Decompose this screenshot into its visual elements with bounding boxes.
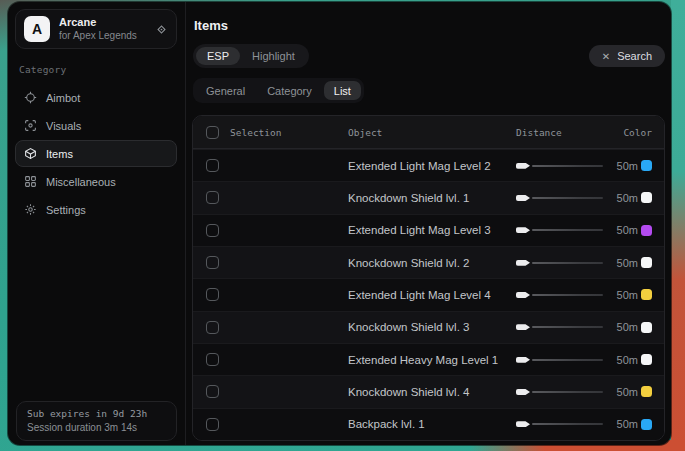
slider-track [532,326,603,328]
color-swatch[interactable] [641,225,652,236]
x-icon: ✕ [602,51,610,62]
color-swatch[interactable] [641,160,652,171]
select-all-checkbox[interactable] [206,126,219,139]
category-label: Category [19,64,177,75]
table-header: Selection Object Distance Color [193,116,664,149]
table-row: Knockdown Shield lvl. 2 50m [193,246,664,278]
row-checkbox[interactable] [206,288,219,301]
sub-expires-text: Sub expires in 9d 23h [27,408,166,419]
tab-list[interactable]: List [324,81,361,100]
slider-track [532,391,603,393]
slider-track [532,197,603,199]
distance-slider[interactable] [516,357,603,363]
row-checkbox[interactable] [206,159,219,172]
object-label: Knockdown Shield lvl. 4 [348,386,516,398]
sidebar-item-visuals[interactable]: Visuals [15,112,177,139]
session-card: Sub expires in 9d 23h Session duration 3… [16,401,177,441]
main-panel: Items ESP Highlight ✕ Search General Cat… [186,2,671,445]
distance-slider[interactable] [516,421,603,427]
table-row: Extended Light Mag Level 3 50m [193,214,664,246]
gear-icon [24,203,37,216]
tab-category[interactable]: Category [257,81,322,100]
distance-value: 50m [612,160,638,172]
row-checkbox[interactable] [206,256,219,269]
sidebar-item-items[interactable]: Items [15,140,177,167]
distance-value: 50m [612,321,638,333]
color-swatch[interactable] [641,354,652,365]
sidebar-item-label: Items [46,148,73,160]
distance-value: 50m [612,192,638,204]
background-accent [671,0,685,451]
row-checkbox[interactable] [206,224,219,237]
app-subtitle: for Apex Legends [59,30,146,43]
object-label: Extended Light Mag Level 3 [348,224,516,236]
slider-thumb[interactable] [516,421,530,427]
distance-value: 50m [612,418,638,430]
slider-thumb[interactable] [516,260,530,266]
slider-track [532,262,603,264]
tab-esp[interactable]: ESP [196,47,240,65]
session-duration-text: Session duration 3m 14s [27,422,166,433]
object-label: Extended Light Mag Level 2 [348,160,516,172]
column-header-selection: Selection [220,127,348,138]
distance-value: 50m [612,257,638,269]
slider-track [532,359,603,361]
slider-thumb[interactable] [516,195,530,201]
slider-track [532,165,603,167]
sidebar-item-label: Aimbot [46,92,80,104]
distance-slider[interactable] [516,292,603,298]
color-swatch[interactable] [641,322,652,333]
slider-thumb[interactable] [516,357,530,363]
distance-value: 50m [612,354,638,366]
slider-thumb[interactable] [516,324,530,330]
slider-thumb[interactable] [516,292,530,298]
grid-icon [24,175,37,188]
row-checkbox[interactable] [206,385,219,398]
color-swatch[interactable] [641,192,652,203]
slider-track [532,229,603,231]
row-checkbox[interactable] [206,191,219,204]
sidebar-item-aimbot[interactable]: Aimbot [15,84,177,111]
pin-icon[interactable] [155,23,168,36]
search-button[interactable]: ✕ Search [589,45,665,67]
distance-slider[interactable] [516,227,603,233]
sidebar-item-settings[interactable]: Settings [15,196,177,223]
slider-thumb[interactable] [516,163,530,169]
color-swatch[interactable] [641,289,652,300]
distance-value: 50m [612,386,638,398]
sidebar-item-label: Miscellaneous [46,176,116,188]
items-table-body: Extended Light Mag Level 2 50m Knockdown… [193,149,664,440]
color-swatch[interactable] [641,257,652,268]
distance-slider[interactable] [516,195,603,201]
row-checkbox[interactable] [206,353,219,366]
distance-slider[interactable] [516,324,603,330]
slider-thumb[interactable] [516,227,530,233]
distance-slider[interactable] [516,163,603,169]
crosshair-icon [24,91,37,104]
package-icon [24,147,37,160]
tab-highlight[interactable]: Highlight [241,47,306,65]
object-label: Knockdown Shield lvl. 2 [348,257,516,269]
color-swatch[interactable] [641,386,652,397]
distance-slider[interactable] [516,260,603,266]
app-window: A Arcane for Apex Legends Category Aimbo… [8,2,671,445]
column-header-color: Color [623,127,652,138]
slider-thumb[interactable] [516,389,530,395]
table-row: Extended Heavy Mag Level 1 50m [193,343,664,375]
object-label: Backpack lvl. 1 [348,418,516,430]
row-checkbox[interactable] [206,321,219,334]
tab-general[interactable]: General [196,81,255,100]
search-button-label: Search [617,50,652,62]
app-title: Arcane [59,16,146,30]
table-row: Knockdown Shield lvl. 3 50m [193,311,664,343]
items-table: Selection Object Distance Color Extended… [192,115,665,441]
object-label: Knockdown Shield lvl. 1 [348,192,516,204]
row-checkbox[interactable] [206,418,219,431]
slider-track [532,423,603,425]
column-header-distance: Distance [516,127,608,138]
color-swatch[interactable] [641,419,652,430]
page-title: Items [194,18,665,33]
object-label: Extended Light Mag Level 4 [348,289,516,301]
distance-slider[interactable] [516,389,603,395]
sidebar-item-miscellaneous[interactable]: Miscellaneous [15,168,177,195]
